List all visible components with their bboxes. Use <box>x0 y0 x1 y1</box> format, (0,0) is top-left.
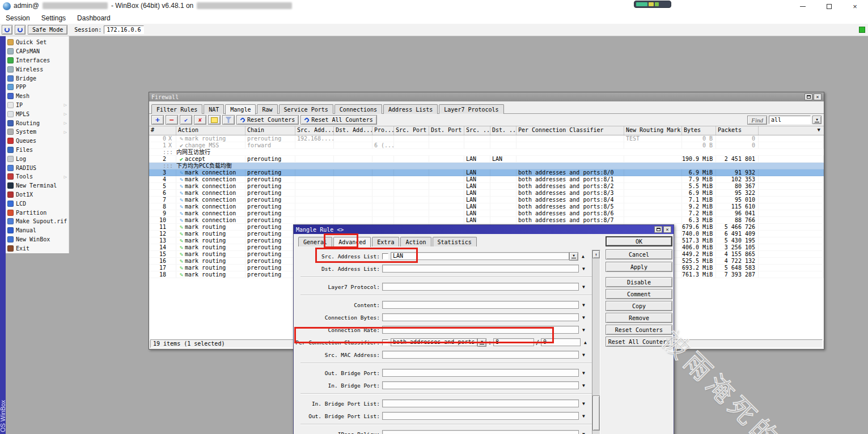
field-input-in-bridge-port-list[interactable] <box>382 399 579 407</box>
dialog-titlebar[interactable]: Mangle Rule <> × <box>294 225 674 234</box>
sidebar-item-new-terminal[interactable]: New Terminal <box>6 181 69 190</box>
sidebar-item-interfaces[interactable]: Interfaces <box>6 56 69 65</box>
pcc-remainder-input[interactable]: 0 <box>541 338 581 346</box>
dialog-tab-general[interactable]: General <box>298 237 332 246</box>
sidebar-item-make-supout-rif[interactable]: Make Supout.rif <box>6 217 69 226</box>
expand-down-icon[interactable]: ▼ <box>582 284 590 290</box>
expand-down-icon[interactable]: ▼ <box>582 352 590 358</box>
sidebar-item-system[interactable]: System▷ <box>6 127 69 137</box>
sidebar-item-ip[interactable]: IP▷ <box>6 101 69 110</box>
expand-down-icon[interactable]: ▼ <box>582 315 590 320</box>
sidebar-item-wireless[interactable]: Wireless <box>6 65 69 74</box>
tab-mangle[interactable]: Mangle <box>225 104 256 114</box>
comment-button[interactable]: Comment <box>606 289 672 299</box>
add-rule-button[interactable]: + <box>151 115 164 125</box>
restore-button[interactable] <box>816 0 842 12</box>
column-header-blank[interactable]: ▼ <box>759 126 824 135</box>
sidebar-item-files[interactable]: Files <box>6 146 69 155</box>
field-input-in-bridge-port[interactable] <box>382 381 579 389</box>
reset-counters-button[interactable]: Reset Counters <box>606 325 672 335</box>
field-input-connection-rate[interactable] <box>382 326 579 334</box>
column-header-chain[interactable]: Chain <box>245 126 295 135</box>
table-row-3[interactable]: 3✎mark connectionpreroutingLANboth addre… <box>149 169 824 176</box>
sidebar-item-partition[interactable]: Partition <box>6 208 69 217</box>
sidebar-item-mesh[interactable]: Mesh <box>6 92 69 101</box>
minimize-button[interactable] <box>790 0 816 12</box>
expand-down-icon[interactable]: ▼ <box>582 401 590 406</box>
column-header-src_addr[interactable]: Src. Add... <box>295 126 334 135</box>
copy-button[interactable]: Copy <box>606 301 672 311</box>
column-header-pcc[interactable]: Per Connection Classifier <box>516 126 624 135</box>
column-header-bytes[interactable]: Bytes <box>682 126 716 135</box>
src-address-list-input[interactable]: LAN <box>391 252 569 260</box>
tab-layer7-protocols[interactable]: Layer7 Protocols <box>439 104 503 114</box>
disable-rule-button[interactable]: ✘ <box>194 115 206 125</box>
pcc-drop-button[interactable]: ▼ <box>477 338 486 347</box>
dialog-tab-action[interactable]: Action <box>400 237 431 246</box>
table-row-1[interactable]: 1X✔change MSSforward6 (...0 B0 <box>149 142 824 149</box>
menu-session[interactable]: Session <box>0 12 36 24</box>
column-header-dst_list[interactable]: Dst. ... <box>490 126 516 135</box>
cancel-button[interactable]: Cancel <box>606 249 672 259</box>
sidebar-item-lcd[interactable]: LCD <box>6 199 69 208</box>
expand-down-icon[interactable]: ▼ <box>582 383 590 388</box>
remove-rule-button[interactable]: − <box>166 115 178 125</box>
expand-down-icon[interactable]: ▼ <box>582 266 590 271</box>
menu-dashboard[interactable]: Dashboard <box>71 12 116 24</box>
table-row-7[interactable]: 7✎mark connectionpreroutingLANboth addre… <box>149 197 824 203</box>
sidebar-item-queues[interactable]: Queues <box>6 137 69 146</box>
sidebar-item-bridge[interactable]: Bridge <box>6 74 69 83</box>
column-header-num[interactable]: # <box>149 126 176 135</box>
column-header-packets[interactable]: Packets <box>716 126 759 135</box>
collapse-up-icon[interactable]: ▲ <box>582 254 590 259</box>
reset-all-counters-button[interactable]: Reset All Counters <box>606 337 672 347</box>
comment-rule-button[interactable] <box>208 115 221 125</box>
sidebar-item-capsman[interactable]: CAPsMAN <box>6 47 69 56</box>
column-header-action[interactable]: Action <box>176 126 245 135</box>
close-button[interactable]: × <box>842 0 868 12</box>
table-row-6[interactable]: 6✎mark connectionpreroutingLANboth addre… <box>149 190 824 197</box>
sidebar-item-log[interactable]: Log <box>6 154 69 163</box>
reset-all-counters-button[interactable]: Reset All Counters <box>300 115 376 125</box>
field-input-layer7-protocol[interactable] <box>382 283 579 291</box>
sidebar-item-manual[interactable]: Manual <box>6 226 69 235</box>
table-row-9[interactable]: 9✎mark connectionpreroutingLANboth addre… <box>149 210 824 217</box>
filter-scope-combo[interactable]: all <box>769 116 811 124</box>
table-row-5[interactable]: 5✎mark connectionpreroutingLANboth addre… <box>149 183 824 190</box>
tab-address-lists[interactable]: Address Lists <box>383 104 438 114</box>
menu-settings[interactable]: Settings <box>36 12 71 24</box>
sidebar-item-quick-set[interactable]: Quick Set <box>6 38 69 47</box>
tab-nat[interactable]: NAT <box>204 104 224 114</box>
sidebar-item-exit[interactable]: Exit <box>6 244 69 253</box>
enable-rule-button[interactable]: ✔ <box>180 115 192 125</box>
table-row-4[interactable]: 4✎mark connectionpreroutingLANboth addre… <box>149 176 824 183</box>
undo-button[interactable] <box>2 25 12 35</box>
reset-counters-button[interactable]: Reset Counters <box>236 115 299 125</box>
table-row-10[interactable]: 10✎mark connectionpreroutingLANboth addr… <box>149 217 824 224</box>
session-value[interactable]: 172.16.0.6 <box>104 25 143 34</box>
field-input-out-bridge-port[interactable] <box>382 369 579 377</box>
tab-filter-rules[interactable]: Filter Rules <box>151 104 202 114</box>
remove-button[interactable]: Remove <box>606 313 672 323</box>
field-input-connection-bytes[interactable] <box>382 313 579 321</box>
collapse-up-icon[interactable]: ▲ <box>584 340 592 345</box>
pcc-classifier-select[interactable]: both addresses and ports <box>391 338 477 346</box>
column-header-dst_addr[interactable]: Dst. Add... <box>334 126 372 135</box>
ok-button[interactable]: OK <box>606 236 672 246</box>
src-address-list-checkbox[interactable] <box>382 253 388 259</box>
filter-button[interactable] <box>222 115 235 125</box>
filter-scope-drop-button[interactable]: ▼ <box>812 116 822 124</box>
column-header-dst_port[interactable]: Dst. Port <box>429 126 464 135</box>
tab-service-ports[interactable]: Service Ports <box>279 104 333 114</box>
src-address-list-drop-button[interactable]: ▼ <box>569 252 578 261</box>
field-input-dst-address-list[interactable] <box>382 265 579 273</box>
field-input-src-mac-address[interactable] <box>382 351 579 359</box>
tab-connections[interactable]: Connections <box>335 104 382 114</box>
sidebar-item-new-winbox[interactable]: New WinBox <box>6 235 69 244</box>
redo-button[interactable] <box>15 25 26 35</box>
column-header-src_list[interactable]: Src. ... <box>464 126 490 135</box>
find-button[interactable]: Find <box>747 116 767 125</box>
disable-button[interactable]: Disable <box>606 277 672 287</box>
expand-down-icon[interactable]: ▼ <box>582 371 590 376</box>
expand-down-icon[interactable]: ▼ <box>582 414 590 419</box>
